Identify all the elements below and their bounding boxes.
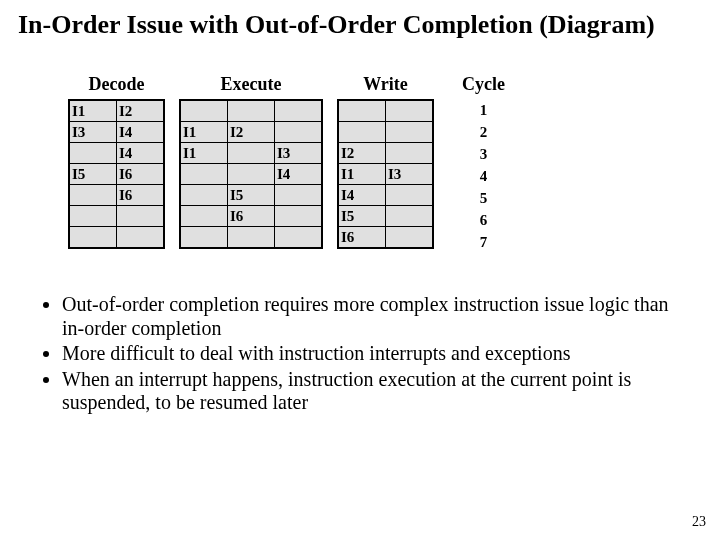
write-cell: I2 <box>338 143 386 164</box>
decode-cell: I1 <box>69 100 117 122</box>
cycle-value: 7 <box>480 231 488 253</box>
execute-cell: I6 <box>228 206 275 227</box>
execute-cell <box>180 227 228 249</box>
execute-cell <box>275 100 323 122</box>
cycle-value: 6 <box>480 209 488 231</box>
write-header: Write <box>363 74 408 95</box>
decode-stage: Decode I1I2 I3I4 I4 I5I6 I6 <box>68 74 165 249</box>
execute-cell <box>275 206 323 227</box>
write-cell <box>386 122 434 143</box>
decode-cell <box>69 143 117 164</box>
decode-cell <box>117 227 165 249</box>
execute-stage: Execute I1I2 I1I3 I4 I5 I6 <box>179 74 323 249</box>
write-cell: I6 <box>338 227 386 249</box>
execute-cell: I3 <box>275 143 323 164</box>
execute-cell <box>180 100 228 122</box>
execute-cell: I2 <box>228 122 275 143</box>
bullet-item: Out-of-order completion requires more co… <box>62 293 680 340</box>
decode-header: Decode <box>89 74 145 95</box>
execute-cell <box>275 227 323 249</box>
execute-cell <box>275 185 323 206</box>
write-grid: I2 I1I3 I4 I5 I6 <box>337 99 434 249</box>
decode-cell: I2 <box>117 100 165 122</box>
decode-cell: I6 <box>117 164 165 185</box>
decode-cell <box>69 227 117 249</box>
decode-cell: I5 <box>69 164 117 185</box>
execute-grid: I1I2 I1I3 I4 I5 I6 <box>179 99 323 249</box>
decode-cell: I3 <box>69 122 117 143</box>
bullet-list: Out-of-order completion requires more co… <box>0 293 720 415</box>
write-cell <box>386 100 434 122</box>
bullet-item: More difficult to deal with instruction … <box>62 342 680 366</box>
decode-cell: I4 <box>117 122 165 143</box>
decode-cell <box>69 206 117 227</box>
execute-cell <box>228 164 275 185</box>
execute-cell: I1 <box>180 122 228 143</box>
execute-cell <box>180 206 228 227</box>
cycle-column: Cycle 1 2 3 4 5 6 7 <box>462 74 505 253</box>
decode-grid: I1I2 I3I4 I4 I5I6 I6 <box>68 99 165 249</box>
cycle-value: 1 <box>480 99 488 121</box>
decode-cell: I6 <box>117 185 165 206</box>
execute-cell <box>180 164 228 185</box>
write-cell: I5 <box>338 206 386 227</box>
execute-cell <box>228 227 275 249</box>
cycle-value: 5 <box>480 187 488 209</box>
write-stage: Write I2 I1I3 I4 I5 I6 <box>337 74 434 249</box>
cycle-header: Cycle <box>462 74 505 95</box>
execute-cell: I1 <box>180 143 228 164</box>
execute-cell <box>275 122 323 143</box>
write-cell <box>386 143 434 164</box>
write-cell <box>338 122 386 143</box>
write-cell <box>386 227 434 249</box>
write-cell: I3 <box>386 164 434 185</box>
write-cell <box>338 100 386 122</box>
decode-cell <box>117 206 165 227</box>
write-cell <box>386 206 434 227</box>
execute-cell <box>228 100 275 122</box>
execute-header: Execute <box>221 74 282 95</box>
execute-cell <box>228 143 275 164</box>
pipeline-diagram: Decode I1I2 I3I4 I4 I5I6 I6 Execute I1I2… <box>0 74 720 253</box>
cycle-value: 4 <box>480 165 488 187</box>
cycle-value: 3 <box>480 143 488 165</box>
page-number: 23 <box>692 514 706 530</box>
write-cell <box>386 185 434 206</box>
decode-cell: I4 <box>117 143 165 164</box>
cycle-value: 2 <box>480 121 488 143</box>
execute-cell: I5 <box>228 185 275 206</box>
execute-cell: I4 <box>275 164 323 185</box>
decode-cell <box>69 185 117 206</box>
write-cell: I4 <box>338 185 386 206</box>
write-cell: I1 <box>338 164 386 185</box>
slide-title: In-Order Issue with Out-of-Order Complet… <box>0 0 720 40</box>
bullet-item: When an interrupt happens, instruction e… <box>62 368 680 415</box>
execute-cell <box>180 185 228 206</box>
